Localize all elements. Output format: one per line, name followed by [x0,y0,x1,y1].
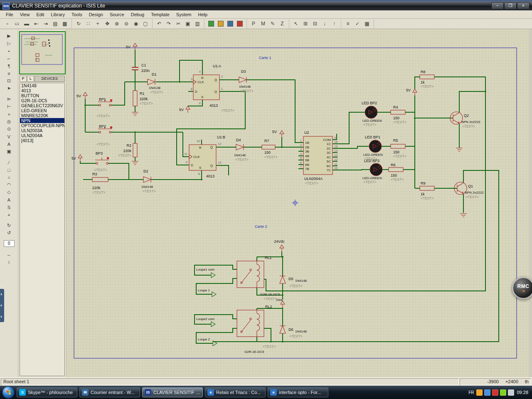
device-optocoupler-npn[interactable]: OPTOCOUPLER-NPN [20,123,64,128]
component-r4[interactable]: R4 150 <TEXT> [391,105,406,124]
menu-help[interactable]: Help [195,11,211,18]
device-list[interactable]: 1N41484013BUTTONG2R-1E-DC5GENELECT220N63… [20,83,65,376]
2d-marker-icon[interactable]: + [5,211,13,218]
component-u2[interactable]: U2 ULN2004A <TEXT> 1 2 3 4 5 6 7 1B 2B 3… [300,131,338,185]
taskbar-ie-relais[interactable]: e Relais et Triacs : Co... [205,387,266,397]
block-move-icon[interactable] [216,19,225,28]
2d-box-icon[interactable]: □ [5,166,13,173]
menu-template[interactable]: Template [148,11,173,18]
rotate-anticlockwise-icon[interactable]: ↺ [5,229,13,236]
device-button[interactable]: BUTTON [20,93,64,98]
tray-volume-icon[interactable] [508,389,514,396]
component-r3[interactable]: R3 220k <TEXT> [92,172,108,195]
component-r6[interactable]: R6 150 <TEXT> [389,163,404,182]
tray-antivirus-icon[interactable] [492,389,498,396]
property-assignment-icon[interactable]: ✎ [268,19,277,28]
instant-edit-icon[interactable]: ➤ [5,85,13,92]
cut-icon[interactable]: ✂ [174,19,183,28]
wire-net-d4r7[interactable] [216,137,303,147]
pan-icon[interactable]: ✥ [103,19,112,28]
virtual-instrument-icon[interactable]: ▣ [5,148,13,155]
tray-messenger-icon[interactable] [476,389,483,396]
save-file-icon[interactable]: ▬ [22,19,31,28]
2d-text-icon[interactable]: A [5,196,13,203]
menu-system[interactable]: System [173,11,195,18]
component-r8[interactable]: R8 1k <TEXT> [420,70,434,89]
ground-symbol-q1[interactable] [460,214,467,217]
bill-of-materials-icon[interactable]: ≡ [343,19,352,28]
block-rotate-icon[interactable] [226,19,235,28]
schematic-drawing[interactable]: Carte 1 Carte 2 [66,29,529,377]
component-d5[interactable]: D5 1N4148 <TEXT> [280,276,307,288]
menu-tools[interactable]: Tools [68,11,86,18]
wire-net-q1-rail[interactable] [213,124,499,342]
device-4013[interactable]: 4013 [20,88,64,93]
device-g2r-1e-dc5[interactable]: G2R-1E-DC5 [20,98,64,103]
terminal-loupe1-com[interactable]: Loupe1 com [196,268,215,278]
exit-to-parent-icon[interactable]: ↑ [330,19,339,28]
taskbar-ie-interface[interactable]: e interface opto - For... [268,387,328,397]
junction-dot-icon[interactable]: • [5,47,13,54]
2d-arc-icon[interactable]: ◠ [5,181,13,188]
power-terminal-5v-main[interactable]: 5V [126,43,137,50]
menu-design[interactable]: Design [86,11,106,18]
rotate-clockwise-icon[interactable]: ↻ [5,222,13,229]
component-bp1[interactable]: BP1 <TEXT> [96,97,112,118]
component-r2[interactable]: R2 220k <TEXT> [118,143,137,158]
export-section-icon[interactable]: ⇥ [41,19,50,28]
new-sheet-icon[interactable]: ⊞ [301,19,310,28]
ground-symbol-r1[interactable] [132,112,138,116]
pick-device-icon[interactable]: P [249,19,258,28]
block-copy-icon[interactable] [207,19,216,28]
component-led-bp2[interactable]: LED BP2 LED-GREEN <TEXT> [362,101,382,127]
device-uln2003a[interactable]: ULN2003A [20,128,64,133]
2d-symbol-icon[interactable]: S [5,204,13,211]
terminal-loupe2[interactable]: Loupe 2 [198,337,217,346]
menu-debug[interactable]: Debug [128,11,148,18]
zoom-in-icon[interactable]: ⊕ [112,19,121,28]
menu-source[interactable]: Source [106,11,128,18]
component-q2[interactable]: Q2 NPN 2n2222 <TEXT> [450,112,480,128]
toggle-grid-icon[interactable]: ∷ [84,19,93,28]
menu-view[interactable]: View [17,11,33,18]
component-u1b[interactable]: CLK D R S Q̄ Q 11 9 12 13 10 8 U1:B 4013 [184,135,225,178]
taskbar-isis[interactable]: IS CLAVIER SENSITIF e... [142,387,203,397]
device-minres220k[interactable]: MINRES220K [20,113,64,118]
new-file-icon[interactable]: ▫ [3,19,12,28]
device-genelect220n63v[interactable]: GENELECT220N63V [20,103,64,108]
component-bp3[interactable]: BP3 <TEXT> [94,151,109,172]
paste-icon[interactable]: ▥ [193,19,202,28]
component-rl2[interactable]: RL2 G2R-1E-DC5 <TEXT> [237,305,276,354]
wire-net-rl2-contact[interactable] [264,328,271,342]
device-led-green[interactable]: LED-GREEN [20,108,64,113]
device-4013-alt[interactable]: [4013] [20,138,64,143]
device-uln2004a[interactable]: ULN2004A [20,133,64,138]
menu-edit[interactable]: Edit [33,11,47,18]
tape-recorder-icon[interactable]: ◎ [5,118,13,125]
device-1n4148[interactable]: 1N4148 [20,83,64,88]
menu-library[interactable]: Library [47,11,68,18]
tray-network-icon[interactable] [500,389,506,396]
2d-line-icon[interactable]: ∕ [5,159,13,166]
subcircuit-icon[interactable]: ⊡ [5,77,13,84]
2d-circle-icon[interactable]: ○ [5,174,13,181]
redo-icon[interactable]: ↷ [164,19,173,28]
voltage-probe-icon[interactable]: V [5,133,13,140]
device-pin-icon[interactable]: ⊢ [5,103,13,110]
power-terminal-24v[interactable]: 24Vdc [274,239,285,251]
selection-mode-icon[interactable]: ▶ [5,32,13,39]
undo-icon[interactable]: ↶ [155,19,164,28]
device-npn[interactable]: NPN [20,118,64,123]
power-terminal-5v-bp1[interactable]: 5V [76,92,87,99]
zoom-all-icon[interactable]: ◉ [131,19,140,28]
simulation-graph-icon[interactable]: ≈ [5,111,13,118]
goto-sheet-icon[interactable]: ↖ [291,19,300,28]
menu-file[interactable]: File [2,11,17,18]
maximize-button[interactable]: ❐ [504,2,517,10]
pick-parts-button[interactable]: P [20,76,27,82]
component-d1[interactable]: D1 1N4148 <TEXT> [148,72,163,94]
power-terminal-5v-r7[interactable]: 5V [272,130,284,137]
find-component-icon[interactable]: M [259,19,268,28]
component-c1[interactable]: C1 220n [132,63,150,73]
start-button[interactable] [2,386,15,399]
